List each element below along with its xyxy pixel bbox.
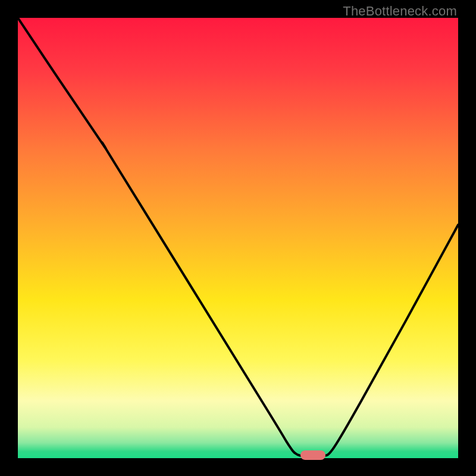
watermark-text: TheBottleneck.com [343,4,457,19]
bottleneck-curve [18,18,458,458]
chart-frame: TheBottleneck.com [0,0,476,476]
plot-area [18,18,458,458]
optimal-marker [300,450,325,460]
